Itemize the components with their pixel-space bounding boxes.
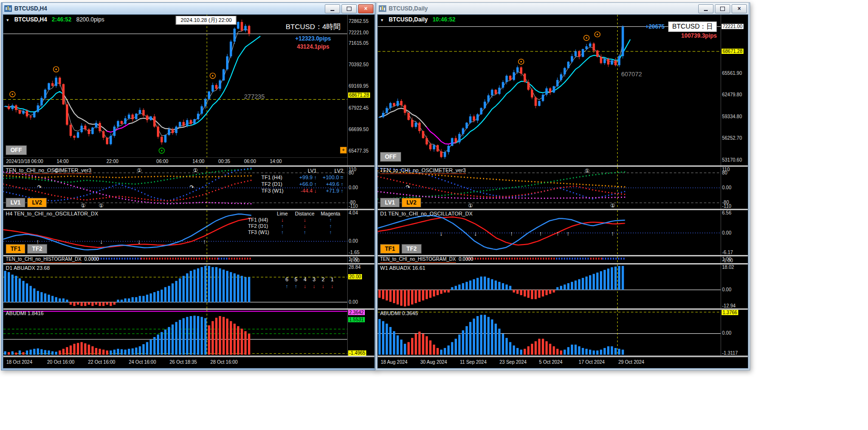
- minimize-icon: [331, 10, 334, 11]
- close-icon: ×: [737, 5, 741, 12]
- lv2-button[interactable]: LV2: [27, 198, 47, 207]
- chart-header: ▼ BTCUSD,H4 2:46:52 8200.0pips: [6, 16, 104, 23]
- scale-tick: 0.00: [349, 185, 358, 190]
- time-label: 17 Oct 2024: [579, 359, 604, 365]
- minimize-button[interactable]: [698, 4, 713, 13]
- current-price-tag: 2.3642: [348, 310, 365, 315]
- time-label: 14:00: [57, 159, 69, 164]
- close-button[interactable]: ×: [358, 4, 373, 13]
- abudmi-scale[interactable]: 2.36421.5531-1.4965: [347, 310, 374, 356]
- lv1-button[interactable]: LV1: [6, 198, 25, 207]
- signal-arrow-down: ↓: [100, 238, 103, 245]
- signal-mark: ①: [99, 203, 103, 209]
- histogram-value: 0.0000: [459, 256, 474, 262]
- bottom-time-axis[interactable]: 18 Aug 202430 Aug 202411 Sep 202423 Sep …: [378, 357, 748, 368]
- off-button[interactable]: OFF: [6, 145, 27, 155]
- candlestick-chart[interactable]: ▼ BTCUSD,Daily 10:46:52 +20675 BTCUSD：日 …: [378, 15, 721, 165]
- oscillator-label: H4 TEN_to_CHI_no_OSCILLATOR_DX: [6, 211, 98, 216]
- lv2-button[interactable]: LV2: [402, 198, 421, 207]
- abudmi-label: ABUDMI 0.3645: [380, 310, 418, 316]
- histogram-label: TEN_to_CHI_no_HISTOGRAM_DX: [380, 256, 456, 263]
- maximize-button[interactable]: [341, 4, 357, 13]
- tf1-button[interactable]: TF1: [380, 244, 400, 254]
- histogram-scale[interactable]: 1.00-1.00: [721, 256, 748, 263]
- abudmi-scale[interactable]: 1.37660.00-1.3117: [721, 310, 748, 356]
- gain-pips-red: 43124.1pips: [286, 43, 341, 51]
- time-label: 06:00: [156, 159, 168, 164]
- signal-arrow-up: ↑: [203, 238, 207, 245]
- abuadx-scale[interactable]: 28.8420.000.00: [347, 265, 374, 308]
- abudmi-panel[interactable]: ABUDMI 1.8416: [3, 310, 347, 356]
- histogram-strip[interactable]: TEN_to_CHI_no_HISTOGRAM_DX0.0000: [378, 256, 721, 263]
- lv1-button[interactable]: LV1: [380, 198, 400, 207]
- current-price-tag: 68671.28: [722, 49, 744, 54]
- titlebar[interactable]: BTCUSD,H4 ×: [3, 3, 375, 14]
- bottom-time-axis[interactable]: 18 Oct 202420 Oct 16:0022 Oct 16:0024 Oc…: [3, 357, 374, 368]
- tf-row: TF2 (D1)+66.0 ↑+49.6 ↑: [261, 181, 343, 187]
- gain-pips-red: 100739.3pips: [645, 32, 717, 40]
- scale-tick: 66699.50: [349, 127, 369, 132]
- time-label: 00:35: [218, 159, 230, 164]
- titlebar[interactable]: BTCUSD,Daily ×: [377, 3, 748, 14]
- time-label: 30 Aug 2024: [420, 359, 447, 365]
- oscimeter-panel[interactable]: TEN_to_CHI_no_OSCIMETER_ver3 LV1 LV2 ①①①…: [378, 167, 721, 209]
- abudmi-panel[interactable]: ABUDMI 0.3645: [378, 310, 721, 356]
- scale-tick: 0.00: [722, 330, 731, 336]
- scale-tick: 69169.95: [349, 83, 369, 89]
- signal-arrow-up: ↑: [611, 229, 614, 236]
- candlestick-chart[interactable]: ▼ BTCUSD,H4 2:46:52 8200.0pips 2024.10.2…: [3, 15, 347, 165]
- tf1-button[interactable]: TF1: [6, 244, 25, 254]
- oscimeter-scale[interactable]: 110800.00-80-110: [347, 167, 374, 209]
- chart-app-icon: [4, 5, 12, 12]
- tf-row: TF1 (H4)+99.9 ↑+100.0 =: [261, 174, 343, 181]
- histogram-strip[interactable]: TEN_to_CHI_no_HISTOGRAM_DX0.0000: [3, 256, 347, 263]
- time-label: 23 Sep 2024: [499, 359, 527, 365]
- oscillator-scale[interactable]: 6.560.00-6.17: [721, 210, 748, 255]
- oscillator-panel[interactable]: H4 TEN_to_CHI_no_OSCILLATOR_DX TF1 TF2 L…: [3, 210, 347, 255]
- scale-tick: 0.00: [722, 287, 731, 292]
- chart-shift-plus-icon[interactable]: +: [340, 147, 347, 154]
- dropdown-triangle-icon[interactable]: ▼: [380, 18, 384, 22]
- minimize-button[interactable]: [325, 4, 340, 13]
- chart-window-daily: BTCUSD,Daily × ▼ BTCUSD,Daily 10:46:52 +…: [375, 2, 750, 370]
- close-button[interactable]: ×: [732, 4, 747, 13]
- symbol-label: BTCUSD,Daily: [389, 16, 428, 23]
- scale-tick: 65477.35: [349, 148, 369, 154]
- chart-header: ▼ BTCUSD,Daily 10:46:52: [380, 16, 455, 23]
- scale-tick: -12.94: [722, 303, 735, 308]
- tf2-button[interactable]: TF2: [402, 244, 421, 254]
- scale-tick: 0.00: [722, 230, 731, 235]
- oscillator-scale[interactable]: 4.040.00-1.65: [347, 210, 374, 255]
- scale-tick: 56252.70: [722, 135, 742, 141]
- tf2-button[interactable]: TF2: [27, 244, 47, 254]
- oscimeter-panel[interactable]: TEN_to_CHI_no_OSCIMETER_ver3 LV1 LV2 LV1…: [3, 167, 347, 209]
- signal-mark: ①: [610, 203, 615, 209]
- price-scale[interactable]: 72862.5572221.0071615.0570392.5069169.95…: [347, 15, 374, 165]
- gain-pips-blue: +12323.0pips: [286, 35, 341, 43]
- scale-tick: 0.00: [349, 238, 358, 244]
- chart-app-icon: [379, 5, 386, 12]
- abuadx-panel[interactable]: W1 ABUADX 16.61: [378, 265, 721, 308]
- chart-time-row[interactable]: 2024/10/18 06:0014:0022:0006:0014:0000:3…: [3, 157, 347, 165]
- abuadx-scale[interactable]: 18.020.00-12.94: [721, 265, 748, 308]
- price-scale[interactable]: 72221.0068671.2865561.9062479.8059334.80…: [721, 15, 748, 165]
- scale-tick: 72221.00: [349, 30, 369, 35]
- off-button[interactable]: OFF: [380, 152, 401, 162]
- scale-tick: 59334.80: [722, 114, 742, 119]
- maximize-button[interactable]: [715, 4, 730, 13]
- histogram-scale[interactable]: 1.00-1.00: [347, 256, 374, 263]
- time-label: 24 Oct 16:00: [129, 359, 156, 365]
- maximize-icon: [720, 7, 725, 11]
- countdown-timer: 2:46:52: [52, 16, 72, 23]
- scale-tick: 67922.45: [349, 105, 369, 111]
- abuadx-panel[interactable]: D1 ABUADX 23.68 654321↑↑↓↓↓↓: [3, 265, 347, 308]
- scale-tick: -1.65: [349, 250, 360, 255]
- oscillator-panel[interactable]: D1 TEN_to_CHI_no_OSCILLATOR_DX TF1 TF2 ↓…: [378, 210, 721, 255]
- countdown-timer: 10:46:52: [433, 16, 455, 23]
- current-price-tag: 1.3766: [722, 310, 738, 315]
- dropdown-triangle-icon[interactable]: ▼: [6, 18, 10, 22]
- oscimeter-scale[interactable]: 110800.00-80-110: [721, 167, 748, 209]
- signal-mark: ↷: [406, 184, 410, 190]
- gain-pips-blue: +20675: [645, 23, 664, 31]
- scale-tick: -6.17: [722, 250, 733, 255]
